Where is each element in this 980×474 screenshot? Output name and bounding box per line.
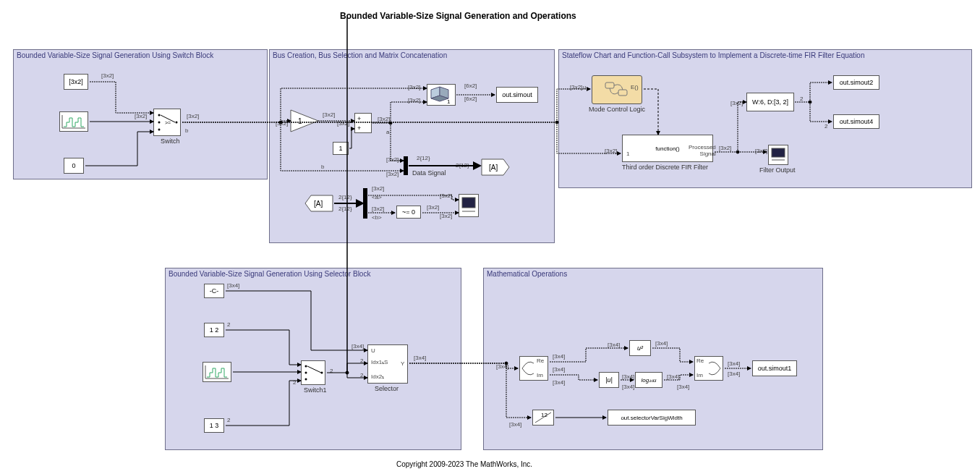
sig-scope1: [3x2] — [440, 192, 452, 199]
scope-bus[interactable] — [459, 194, 479, 217]
svg-text:[A]: [A] — [489, 164, 498, 172]
fir-port-proc: ProcessedSignal — [689, 144, 716, 157]
sig-r5f: [3x4] — [667, 373, 679, 380]
sum-block[interactable]: ++ — [354, 113, 372, 133]
gain-block[interactable]: 1 — [291, 110, 320, 133]
constant-13[interactable]: 1 3 — [204, 418, 224, 433]
reim1-im: Im — [537, 372, 543, 378]
square-block[interactable]: u² — [629, 340, 651, 356]
sig-d12b: 2{12} — [338, 206, 352, 212]
sig-r3e: [3x2] — [755, 148, 767, 154]
svg-rect-22 — [618, 90, 627, 96]
concat-icon: 1 — [428, 85, 454, 104]
goto-A[interactable]: [A] — [482, 159, 511, 177]
switch1-label: Switch1 — [304, 386, 327, 394]
sig-r5b2: [3x4] — [553, 366, 565, 373]
mode-control-label: Mode Control Logic — [589, 106, 645, 113]
switch-icon: >= — [155, 110, 179, 135]
svg-text:[A]: [A] — [314, 200, 323, 208]
constant-3x2[interactable]: [3x2] — [64, 74, 88, 90]
sig-d8: [3x2] — [408, 97, 420, 103]
svg-rect-19 — [462, 198, 475, 208]
sig-sel-b: <b> — [372, 214, 382, 221]
sig-d9b: [6x2] — [464, 96, 477, 102]
switch1-block[interactable] — [301, 360, 325, 385]
fir-func-label: function() — [655, 145, 679, 152]
switch-block[interactable]: >= — [153, 109, 181, 136]
sig-r5b: [3x4] — [553, 353, 565, 360]
sig-r4d3: 2 — [360, 357, 363, 364]
counter-icon — [61, 114, 87, 130]
region-title-4: Bounded Variable-Size Signal Generation … — [169, 270, 370, 278]
concat-block[interactable]: 1 — [427, 84, 456, 106]
page-title: Bounded Variable-Size Signal Generation … — [340, 11, 576, 21]
sig-r3d: [3x2] — [730, 100, 743, 106]
filter-output-label: Filter Output — [759, 166, 796, 174]
sig-d11a: 2{12} — [417, 155, 430, 161]
region-title-1: Bounded Variable-Size Signal Generation … — [17, 51, 213, 59]
constant-0[interactable]: 0 — [64, 158, 84, 174]
sig-r5e: [3x4] — [655, 340, 668, 347]
constant-12[interactable]: 1 2 — [204, 323, 224, 337]
sig-r3f: 2 — [800, 96, 803, 102]
sig-d4: [3x2] — [276, 120, 288, 127]
svg-point-29 — [305, 378, 307, 381]
sig-r5d2: [3x4] — [622, 384, 634, 390]
to-workspace-simout4[interactable]: out.simout4 — [833, 114, 879, 129]
chart-port-u: u — [583, 84, 586, 90]
gain-icon: 1 — [291, 110, 320, 132]
from-icon: [A] — [305, 195, 334, 211]
to-workspace-simout[interactable]: out.simout — [496, 87, 538, 103]
to-workspace-selvar[interactable]: out.selectorVarSigWidth — [608, 410, 696, 426]
to-workspace-simout2[interactable]: out.simout2 — [833, 75, 879, 90]
gain-value: 1 — [298, 117, 302, 125]
selector-Y: Y — [401, 360, 404, 367]
sig-r5f2: [3x4] — [677, 384, 689, 390]
sig-sel-b-top: [3x2] — [372, 206, 384, 212]
fir-label: Third order Discrete FIR Filter — [622, 164, 708, 171]
scope-icon — [460, 195, 477, 216]
sig-r4b: 2 — [227, 321, 230, 328]
selector-U: U — [371, 347, 375, 354]
compare-nonzero[interactable]: ~= 0 — [396, 206, 421, 219]
sig-scope2: [3x2] — [440, 213, 452, 219]
constant-1[interactable]: 1 — [333, 142, 349, 155]
scope-icon-2 — [770, 146, 787, 164]
bus-selector[interactable] — [363, 188, 367, 219]
sig-r5g: [3x4] — [728, 360, 740, 367]
svg-point-4 — [158, 129, 161, 131]
chart-port-E: E() — [631, 84, 639, 90]
sig-r3a: [3x2] — [570, 84, 582, 90]
sig-b-label: b — [321, 164, 324, 170]
sig-sel-a-top: [3x2] — [372, 185, 384, 192]
abs-block[interactable]: |u| — [599, 372, 619, 388]
sig-neq-out: [3x2] — [427, 204, 439, 211]
to-workspace-simout1[interactable]: out.simout1 — [752, 360, 797, 376]
constant-C[interactable]: -C- — [204, 284, 224, 298]
counter-block-2[interactable] — [203, 362, 231, 382]
sig-r4d4: 2 — [360, 372, 363, 378]
bus-creator[interactable] — [404, 156, 408, 175]
switch1-icon — [302, 362, 324, 384]
scope-filter[interactable] — [768, 145, 788, 165]
log10-block[interactable]: log₁₀u — [635, 372, 662, 388]
sig-d11b: 2{12} — [456, 162, 469, 169]
chart-icon — [602, 80, 631, 100]
sig-r3c: [3x2] — [719, 145, 731, 151]
svg-marker-8 — [291, 110, 318, 132]
width-block[interactable]: 12 — [532, 410, 554, 426]
svg-point-27 — [305, 365, 307, 368]
svg-point-7 — [176, 122, 178, 124]
sig-d10a: [3x2] — [386, 156, 399, 163]
sig-r4e: [3x4] — [414, 355, 426, 361]
sig-d12a: 2{12} — [338, 194, 352, 200]
sig-d5b: [3x2] — [337, 120, 349, 127]
sig-r5a: [3x4] — [496, 363, 508, 370]
from-A[interactable]: [A] — [305, 195, 334, 213]
counter-block[interactable] — [59, 111, 88, 132]
svg-point-31 — [321, 372, 323, 374]
selector-label: Selector — [375, 385, 399, 392]
sig-d3: [3x2] — [187, 113, 199, 119]
sig-a-label: a — [386, 129, 389, 135]
delay-block[interactable]: W:6, D:[3, 2] — [746, 93, 794, 111]
